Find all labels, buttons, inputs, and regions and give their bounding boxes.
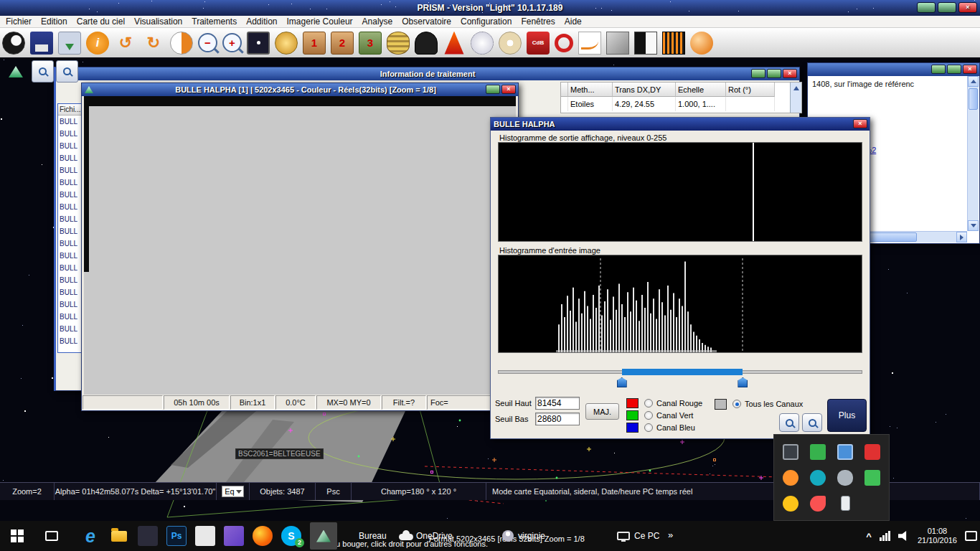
table-header-trans[interactable]: Trans DX,DY (613, 83, 676, 97)
guide-ring-icon[interactable] (555, 34, 573, 52)
histogram-dialog-titlebar[interactable]: BULLE HALPHA × (491, 118, 870, 131)
app-close-button[interactable]: × (958, 2, 977, 13)
menu-item-edition[interactable]: Edition (41, 17, 67, 27)
file-list-item[interactable]: BULL (58, 201, 83, 213)
file-list-item[interactable]: BULL (58, 140, 83, 152)
table-header-meth[interactable]: Meth... (568, 83, 613, 97)
network-icon[interactable] (880, 531, 890, 541)
high-threshold-handle[interactable] (738, 377, 748, 387)
zoom-out-icon[interactable]: − (198, 33, 217, 52)
menu-item-imagerie-couleur[interactable]: Imagerie Couleur (287, 17, 353, 27)
file-list-item[interactable]: BULL (58, 298, 83, 311)
tray-red-app-icon[interactable] (810, 496, 826, 512)
file-list-item[interactable]: BULL (58, 323, 83, 335)
vertical-scrollbar[interactable] (967, 76, 979, 231)
camera-3-icon[interactable]: 3 (359, 32, 382, 55)
file-list-item[interactable]: BULL (58, 237, 83, 250)
taskbar-prism-button[interactable] (310, 522, 337, 550)
action-center-icon[interactable] (965, 531, 977, 541)
file-list-item[interactable]: BULL (58, 116, 83, 128)
tray-cloud-icon[interactable] (837, 470, 853, 486)
file-list-item[interactable]: BULL (58, 213, 83, 225)
taskbar-photoshop-button[interactable]: Ps (166, 526, 187, 546)
seuil-haut-input[interactable] (535, 397, 580, 410)
focus-icon[interactable] (443, 32, 466, 55)
file-list-item[interactable]: BULL (58, 128, 83, 140)
menu-item-observatoire[interactable]: Observatoire (402, 17, 451, 27)
taskbar-app-button-6[interactable] (224, 526, 244, 546)
file-list-header[interactable]: Fichi... (58, 104, 83, 116)
user-avatar-icon[interactable] (502, 530, 514, 542)
save-icon[interactable] (30, 32, 53, 55)
plus-button[interactable]: Plus (827, 399, 867, 432)
tray-green-app-icon[interactable] (810, 444, 826, 460)
task-view-button[interactable] (37, 521, 66, 551)
gear-icon[interactable] (275, 32, 298, 55)
histogram-close-button[interactable]: × (853, 119, 867, 128)
taskbar-cepc-label[interactable]: Ce PC (634, 531, 659, 541)
cube-icon[interactable] (606, 32, 629, 55)
menu-item-fichier[interactable]: Fichier (6, 17, 32, 27)
chart-zoom-in-button[interactable] (56, 60, 78, 83)
image-window-titlebar[interactable]: BULLE HALPHA [1] | 5202x3465 - Couleur -… (82, 83, 518, 96)
image-minimize-button[interactable] (486, 85, 500, 94)
file-list-item[interactable]: BULL (58, 286, 83, 298)
file-list-item[interactable]: BULL (58, 274, 83, 286)
console-close-button[interactable]: × (963, 65, 977, 74)
taskbar-virginie-label[interactable]: virginie (518, 531, 545, 541)
scroll-right-button[interactable] (956, 232, 967, 242)
planet-icon[interactable] (499, 32, 522, 55)
threshold-slider[interactable] (498, 364, 862, 390)
info-icon[interactable]: i (86, 32, 109, 55)
histogram-zoom-button-1[interactable] (779, 413, 799, 432)
console-maximize-button[interactable] (947, 65, 961, 74)
taskbar-app-button-5[interactable] (195, 526, 215, 546)
file-list-item[interactable]: BULL (58, 250, 83, 262)
camera-1-icon[interactable]: 1 (303, 32, 326, 55)
table-scrollbar[interactable] (790, 83, 801, 113)
maj-button[interactable]: MAJ. (585, 403, 619, 420)
menu-item-aide[interactable]: Aide (565, 17, 582, 27)
file-list-item[interactable]: BULL (58, 152, 83, 164)
screen-icon[interactable] (247, 32, 270, 55)
table-row[interactable]: Etoiles 4.29, 24.55 1.000, 1.... (561, 97, 801, 111)
canal-rouge-radio[interactable] (644, 399, 653, 408)
taskbar-explorer-button[interactable] (109, 526, 129, 546)
seuil-bas-input[interactable] (535, 413, 580, 425)
menu-item-fenêtres[interactable]: Fenêtres (521, 17, 555, 27)
tray-orange-app-icon[interactable] (783, 470, 798, 486)
menu-item-addition[interactable]: Addition (246, 17, 277, 27)
menu-item-visualisation[interactable]: Visualisation (134, 17, 182, 27)
file-list-item[interactable]: BULL (58, 176, 83, 189)
scroll-down-button[interactable] (968, 220, 979, 231)
histogram-icon[interactable] (662, 32, 685, 55)
info-window-titlebar[interactable]: Information de traitement × (56, 67, 799, 80)
comet-icon[interactable] (690, 32, 713, 55)
levels-icon[interactable] (634, 32, 657, 55)
curve-icon[interactable] (578, 32, 601, 55)
tray-globe-icon[interactable] (810, 470, 826, 486)
scroll-up-button[interactable] (968, 76, 979, 87)
menu-item-analyse[interactable]: Analyse (362, 17, 393, 27)
frame-select[interactable]: Eq (222, 486, 243, 497)
taskbar-bureau-label[interactable]: Bureau (359, 531, 387, 541)
tray-red-p-icon[interactable] (864, 444, 880, 460)
this-pc-icon[interactable] (617, 532, 630, 540)
tray-remote-icon[interactable] (837, 444, 853, 460)
info-maximize-button[interactable] (767, 69, 781, 78)
image-canvas[interactable] (84, 96, 516, 395)
redo-icon[interactable]: ↻ (142, 32, 165, 55)
file-list-item[interactable]: BULL (58, 164, 83, 176)
menu-item-carte-du-ciel[interactable]: Carte du ciel (77, 17, 125, 27)
tray-phone-icon[interactable] (841, 496, 850, 511)
dome-icon[interactable] (415, 32, 438, 55)
toolbar-overflow-chevron[interactable]: » (668, 529, 673, 540)
console-window-titlebar[interactable]: × (808, 63, 979, 76)
file-list-item[interactable]: BULL (58, 262, 83, 274)
capture-icon[interactable] (58, 32, 81, 55)
menu-item-traitements[interactable]: Traitements (192, 17, 237, 27)
chart-zoom-out-button[interactable] (32, 60, 54, 83)
file-list-item[interactable]: BULL (58, 189, 83, 201)
camera-2-icon[interactable]: 2 (331, 32, 354, 55)
canal-vert-radio[interactable] (644, 411, 653, 420)
